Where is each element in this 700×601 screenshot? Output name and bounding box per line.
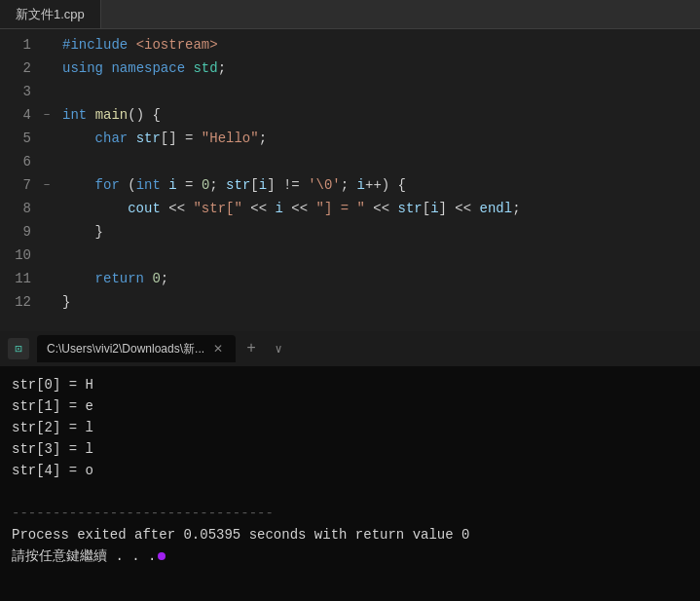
terminal-chevron-button[interactable]: ∨ — [267, 337, 290, 360]
line-number: 9 — [8, 220, 31, 244]
fold-marker — [44, 267, 51, 290]
terminal-output-line: str[2] = l — [12, 417, 688, 438]
code-line: cout << "str[" << i << "] = " << str[i] … — [62, 197, 700, 220]
terminal-output-line: str[4] = o — [12, 460, 688, 481]
terminal-tab[interactable]: C:\Users\vivi2\Downloads\新... ✕ — [37, 335, 236, 362]
code-line: } — [62, 220, 700, 244]
code-line: using namespace std; — [62, 56, 700, 80]
code-editor: 新文件1.cpp 123456789101112 − − #include <i… — [0, 0, 700, 331]
line-number: 3 — [8, 80, 31, 103]
line-number: 10 — [8, 244, 31, 267]
terminal-icon: ⊡ — [8, 338, 29, 359]
fold-marker — [44, 197, 51, 220]
line-number: 1 — [8, 33, 31, 56]
line-number: 11 — [8, 267, 31, 290]
code-line — [62, 150, 700, 173]
terminal-add-button[interactable]: + — [239, 337, 263, 360]
line-number: 2 — [8, 56, 31, 80]
code-line — [62, 80, 700, 103]
line-number: 12 — [8, 290, 31, 314]
terminal-output-line: -------------------------------- — [12, 503, 688, 524]
fold-marker — [44, 290, 51, 314]
fold-marker: − — [44, 173, 51, 197]
line-number: 7 — [8, 173, 31, 197]
line-number: 5 — [8, 127, 31, 150]
fold-marker: − — [44, 103, 51, 127]
code-line: int main() { — [62, 103, 700, 127]
code-line: char str[] = "Hello"; — [62, 127, 700, 150]
code-area: 123456789101112 − − #include <iostream>u… — [0, 29, 700, 331]
terminal-tab-label: C:\Users\vivi2\Downloads\新... — [47, 341, 204, 357]
terminal-press-line: 請按任意鍵繼續 . . . — [12, 545, 688, 567]
terminal-exit-line: Process exited after 0.05395 seconds wit… — [12, 524, 688, 545]
code-line: for (int i = 0; str[i] != '\0'; i++) { — [62, 173, 700, 197]
terminal-cursor — [158, 552, 166, 560]
terminal-icon-symbol: ⊡ — [15, 342, 21, 356]
line-numbers: 123456789101112 — [0, 29, 39, 331]
editor-tab-label: 新文件1.cpp — [16, 6, 85, 23]
editor-tab-bar: 新文件1.cpp — [0, 0, 700, 29]
terminal-body: str[0] = Hstr[1] = estr[2] = lstr[3] = l… — [0, 366, 700, 601]
fold-marker — [44, 150, 51, 173]
terminal: ⊡ C:\Users\vivi2\Downloads\新... ✕ + ∨ st… — [0, 331, 700, 601]
line-number: 4 — [8, 103, 31, 127]
terminal-output-line — [12, 481, 688, 503]
fold-marker — [44, 56, 51, 80]
code-line: } — [62, 290, 700, 314]
code-line — [62, 244, 700, 267]
terminal-output-line: str[3] = l — [12, 438, 688, 460]
fold-marker — [44, 127, 51, 150]
line-number: 8 — [8, 197, 31, 220]
code-line: #include <iostream> — [62, 33, 700, 56]
editor-tab[interactable]: 新文件1.cpp — [0, 0, 101, 28]
code-line: return 0; — [62, 267, 700, 290]
fold-marker — [44, 80, 51, 103]
line-number: 6 — [8, 150, 31, 173]
terminal-tab-bar: ⊡ C:\Users\vivi2\Downloads\新... ✕ + ∨ — [0, 331, 700, 366]
terminal-close-button[interactable]: ✕ — [210, 341, 226, 357]
fold-marker — [44, 244, 51, 267]
terminal-output-line: str[0] = H — [12, 374, 688, 395]
fold-gutter: − − — [39, 29, 55, 331]
fold-marker — [44, 220, 51, 244]
terminal-output-line: str[1] = e — [12, 395, 688, 417]
code-content: #include <iostream>using namespace std; … — [55, 29, 700, 331]
fold-marker — [44, 33, 51, 56]
